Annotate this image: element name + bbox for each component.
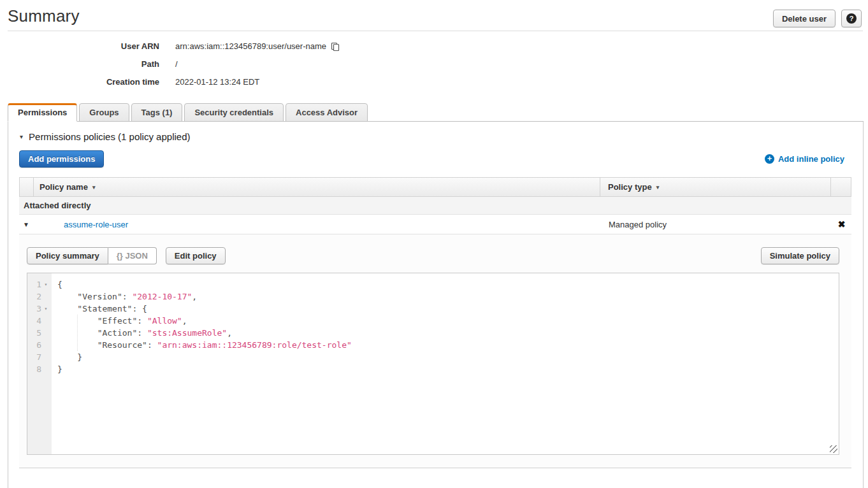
code-line: } — [57, 351, 839, 363]
tab-bar: Permissions Groups Tags (1) Security cre… — [8, 103, 864, 122]
policy-detail-buttons: Policy summary {} JSON Edit policy Simul… — [27, 247, 839, 264]
sort-icon: ▾ — [656, 184, 660, 190]
editor-code-area[interactable]: { "Version": "2012-10-17", "Statement": … — [52, 273, 839, 454]
plus-icon: + — [765, 154, 774, 164]
meta-row-creation-time: Creation time 2022-01-12 13:24 EDT — [0, 77, 868, 87]
row-expand-icon[interactable]: ▼ — [19, 221, 33, 228]
section-heading: Permissions policies (1 policy applied) — [29, 131, 190, 142]
policy-type-value: Managed policy — [601, 220, 832, 229]
json-view-button[interactable]: {} JSON — [108, 247, 157, 264]
code-line: "Resource": "arn:aws:iam::123456789:role… — [57, 339, 839, 351]
tab-access-advisor[interactable]: Access Advisor — [286, 103, 368, 122]
add-permissions-button[interactable]: Add permissions — [19, 150, 104, 168]
attached-directly-group-row: Attached directly — [19, 197, 851, 215]
code-line: "Version": "2012-10-17", — [57, 291, 839, 303]
section-collapse-icon: ▾ — [20, 133, 23, 140]
creation-time-label: Creation time — [0, 77, 159, 87]
tab-permissions[interactable]: Permissions — [8, 103, 77, 122]
policy-name-link[interactable]: assume-role-user — [64, 220, 128, 229]
editor-gutter: 1▾ 2 3▾ 4 5 6 7 8 — [27, 273, 52, 454]
permissions-tab-panel: ▾ Permissions policies (1 policy applied… — [8, 122, 864, 488]
creation-time-value: 2022-01-12 13:24 EDT — [175, 77, 259, 87]
help-icon: ? — [846, 13, 857, 24]
iam-user-summary-page: Summary Delete user ? User ARN arn:aws:i… — [0, 0, 868, 488]
code-line: "Action": "sts:AssumeRole", — [57, 327, 839, 339]
sort-icon: ▾ — [92, 184, 96, 190]
meta-row-path: Path / — [0, 59, 868, 69]
user-arn-label: User ARN — [0, 41, 159, 51]
table-header-row: Policy name ▾ Policy type ▾ — [19, 177, 851, 197]
header-actions: Delete user ? — [773, 10, 862, 27]
code-line: "Statement": { — [57, 303, 839, 315]
action-column-header — [831, 178, 851, 196]
expand-column-header — [20, 178, 34, 196]
policy-type-column-header[interactable]: Policy type ▾ — [600, 178, 831, 196]
path-label: Path — [0, 59, 159, 69]
policy-actions-row: Add permissions + Add inline policy — [19, 150, 844, 168]
code-line: { — [57, 278, 839, 291]
fold-icon[interactable]: ▾ — [41, 303, 50, 315]
page-header: Summary Delete user ? — [0, 0, 868, 31]
page-title: Summary — [8, 6, 80, 26]
fold-icon[interactable]: ▾ — [41, 278, 50, 291]
policy-json-editor[interactable]: 1▾ 2 3▾ 4 5 6 7 8 { "Version": "2012-10-… — [27, 273, 839, 455]
permissions-policies-section-header[interactable]: ▾ Permissions policies (1 policy applied… — [20, 131, 851, 142]
remove-policy-icon[interactable]: ✖ — [832, 219, 851, 229]
edit-policy-button[interactable]: Edit policy — [166, 247, 226, 264]
user-meta: User ARN arn:aws:iam::123456789:user/use… — [0, 31, 868, 95]
policy-summary-button[interactable]: Policy summary — [27, 247, 108, 264]
policy-detail-panel: Policy summary {} JSON Edit policy Simul… — [19, 234, 851, 468]
tab-security-credentials[interactable]: Security credentials — [184, 103, 284, 122]
policy-name-column-header[interactable]: Policy name ▾ — [34, 178, 600, 196]
indent-guide — [77, 315, 78, 351]
user-arn-value: arn:aws:iam::123456789:user/user-name — [175, 41, 326, 51]
policy-view-toggle: Policy summary {} JSON — [27, 247, 157, 264]
tab-groups[interactable]: Groups — [79, 103, 129, 122]
copy-icon[interactable] — [331, 42, 340, 51]
meta-row-user-arn: User ARN arn:aws:iam::123456789:user/use… — [0, 41, 868, 51]
tab-tags[interactable]: Tags (1) — [131, 103, 183, 122]
delete-user-button[interactable]: Delete user — [773, 10, 835, 27]
add-inline-policy-link[interactable]: + Add inline policy — [765, 154, 844, 164]
help-button[interactable]: ? — [841, 10, 862, 27]
simulate-policy-button[interactable]: Simulate policy — [761, 247, 839, 264]
table-row-assume-role-user: ▼ assume-role-user Managed policy ✖ — [19, 215, 851, 234]
attached-policies-table: Policy name ▾ Policy type ▾ Attached dir… — [19, 177, 851, 468]
code-line: "Effect": "Allow", — [57, 315, 839, 327]
editor-resize-handle[interactable] — [830, 445, 837, 453]
path-value: / — [175, 59, 178, 69]
code-line: } — [57, 363, 839, 375]
